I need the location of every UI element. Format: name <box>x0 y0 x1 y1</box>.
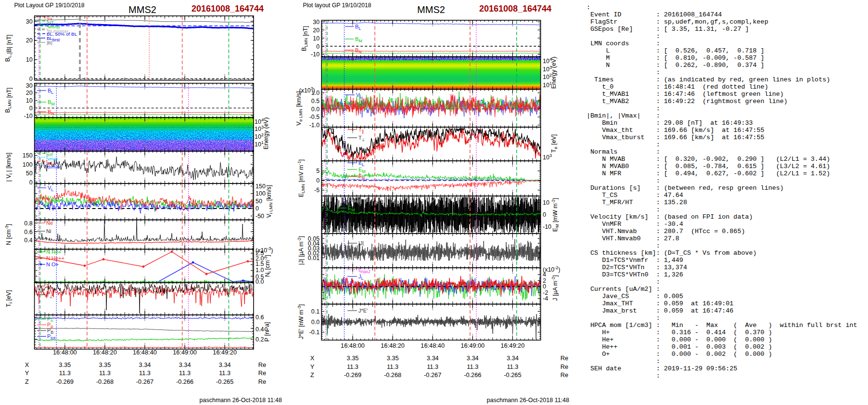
svg-text:0.2: 0.2 <box>255 336 264 343</box>
svg-text:0.4: 0.4 <box>24 237 32 244</box>
svg-text:0: 0 <box>316 177 319 184</box>
svg-text:paschmann 26-Oct-2018 11:48: paschmann 26-Oct-2018 11:48 <box>487 397 569 404</box>
svg-text:20161008_164744: 20161008_164744 <box>191 4 264 13</box>
svg-text:-50: -50 <box>255 213 264 220</box>
svg-text:(x103): (x103) <box>299 86 315 94</box>
svg-text:Energy (eV): Energy (eV) <box>550 57 557 89</box>
svg-text:11.3: 11.3 <box>219 369 230 377</box>
svg-text:16:48:40: 16:48:40 <box>133 349 157 356</box>
svg-text:5: 5 <box>316 168 319 174</box>
svg-text:MMS2: MMS2 <box>128 4 156 15</box>
svg-text:16:49:20: 16:49:20 <box>213 349 237 356</box>
svg-text:-1.0: -1.0 <box>309 122 320 129</box>
svg-text:Ni: Ni <box>46 228 51 234</box>
svg-text:-0.268: -0.268 <box>384 371 401 379</box>
svg-text:MMS2: MMS2 <box>417 4 445 15</box>
svg-text:P [nPa]: P [nPa] <box>264 322 270 342</box>
svg-text:100: 100 <box>23 161 33 168</box>
svg-text:3.34: 3.34 <box>507 354 519 362</box>
svg-text:Re: Re <box>561 354 568 362</box>
svg-text:3.35: 3.35 <box>59 361 71 368</box>
svg-text:N O+: N O+ <box>46 261 59 267</box>
svg-text:100: 100 <box>255 190 266 197</box>
svg-text:-0.267: -0.267 <box>424 371 441 379</box>
svg-text:20: 20 <box>26 37 33 44</box>
svg-text:30: 30 <box>313 19 319 26</box>
svg-text:-0.268: -0.268 <box>96 378 114 385</box>
svg-text:0.0: 0.0 <box>255 278 264 285</box>
svg-text:11.3: 11.3 <box>427 363 438 370</box>
svg-text:11.3: 11.3 <box>347 363 358 370</box>
svg-text:11.3: 11.3 <box>467 363 478 370</box>
svg-text:-0.266: -0.266 <box>176 378 193 385</box>
svg-text:Ne: Ne <box>46 220 53 226</box>
svg-text:-10: -10 <box>24 113 33 119</box>
svg-text:N He+: N He+ <box>46 249 62 255</box>
svg-text:30: 30 <box>26 82 33 89</box>
svg-text:10: 10 <box>26 97 33 104</box>
svg-text:Y: Y <box>25 369 29 377</box>
svg-text:-0.266: -0.266 <box>464 371 481 379</box>
svg-text:3.35: 3.35 <box>99 361 111 368</box>
svg-text:J*E': J*E' <box>358 308 368 314</box>
svg-text:0.5: 0.5 <box>311 98 319 105</box>
svg-text:0: 0 <box>316 43 319 50</box>
svg-text:16:48:40: 16:48:40 <box>421 342 445 349</box>
svg-text:16:49:00: 16:49:00 <box>173 349 197 356</box>
svg-text:-0.269: -0.269 <box>344 371 361 379</box>
svg-text:-0.267: -0.267 <box>136 378 153 385</box>
svg-text:16:48:20: 16:48:20 <box>93 349 117 356</box>
svg-text:3.35: 3.35 <box>387 354 399 362</box>
svg-text:Re: Re <box>258 361 266 368</box>
svg-text:Re: Re <box>561 371 568 379</box>
svg-text:paschmann 26-Oct-2018 11:48: paschmann 26-Oct-2018 11:48 <box>200 397 282 404</box>
svg-text:0.1: 0.1 <box>311 308 319 315</box>
svg-text:Z: Z <box>25 378 29 385</box>
svg-text:Re: Re <box>258 378 266 385</box>
svg-text:-5: -5 <box>314 187 319 194</box>
svg-text:Y: Y <box>310 363 315 370</box>
svg-text:0: 0 <box>29 105 33 112</box>
svg-text:50: 50 <box>255 198 262 205</box>
svg-text:N He++: N He++ <box>46 255 64 261</box>
svg-text:Plot Layout GP 19/10/2018: Plot Layout GP 19/10/2018 <box>14 2 85 9</box>
svg-text:3.34: 3.34 <box>139 361 151 368</box>
svg-text:0.05: 0.05 <box>308 235 319 242</box>
svg-text:150: 150 <box>23 152 33 159</box>
svg-text:11.3: 11.3 <box>387 363 398 370</box>
svg-text:11.3: 11.3 <box>507 363 518 370</box>
svg-text:11.3: 11.3 <box>139 369 151 377</box>
svg-text:X: X <box>25 361 29 368</box>
svg-text:10: 10 <box>543 199 549 206</box>
svg-text:10: 10 <box>26 56 33 63</box>
svg-text:0: 0 <box>29 179 33 186</box>
svg-text:0.6: 0.6 <box>24 229 32 235</box>
svg-text:Re: Re <box>258 369 266 377</box>
svg-text:0.0: 0.0 <box>311 319 319 326</box>
svg-text:20: 20 <box>313 27 319 34</box>
svg-text:-0.265: -0.265 <box>216 378 233 385</box>
svg-text:-4: -4 <box>543 295 548 302</box>
svg-text:0.8: 0.8 <box>24 220 32 227</box>
svg-text:|J|: |J| <box>358 240 364 246</box>
svg-text:0: 0 <box>29 76 33 82</box>
svg-text:Energy (eV): Energy (eV) <box>263 118 269 150</box>
svg-text:X: X <box>310 354 315 362</box>
svg-text:-10: -10 <box>311 51 319 58</box>
svg-text:0: 0 <box>255 205 259 212</box>
svg-text:0.6: 0.6 <box>255 314 264 321</box>
svg-text:Re: Re <box>561 363 568 370</box>
svg-text:| Vi | [km/s]: | Vi | [km/s] <box>5 153 13 182</box>
svg-text:Plot layout GP 19/10/2018: Plot layout GP 19/10/2018 <box>303 2 371 9</box>
svg-text:11.3: 11.3 <box>179 369 191 377</box>
svg-text:3.34: 3.34 <box>467 354 479 362</box>
svg-text:3.34: 3.34 <box>219 361 231 368</box>
svg-text:16:48:00: 16:48:00 <box>341 342 365 349</box>
svg-text:10: 10 <box>313 35 319 42</box>
svg-text:-0.265: -0.265 <box>504 371 521 379</box>
svg-text:0.0: 0.0 <box>311 106 319 113</box>
svg-text:150: 150 <box>255 183 266 190</box>
svg-text:16:48:00: 16:48:00 <box>53 349 77 356</box>
svg-text:-10: -10 <box>543 223 551 230</box>
svg-text:16:49:00: 16:49:00 <box>460 342 485 349</box>
